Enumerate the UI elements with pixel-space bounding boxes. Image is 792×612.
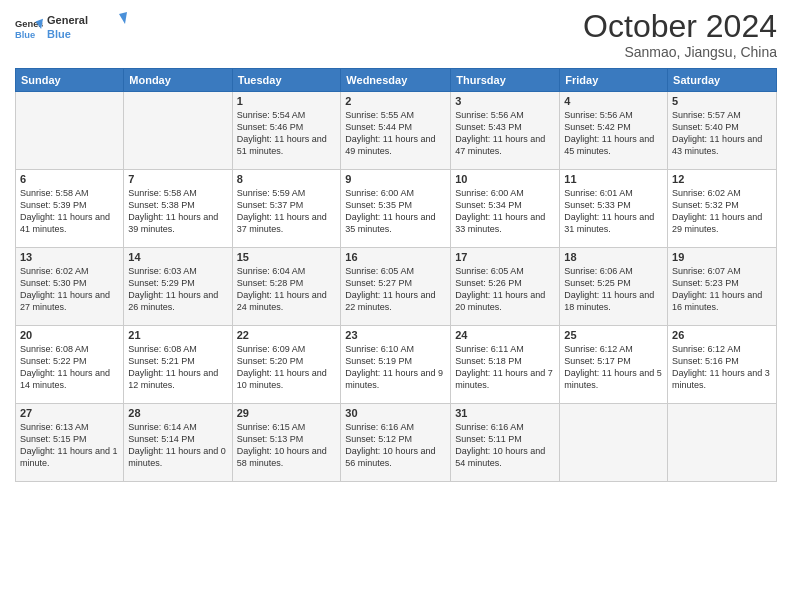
day-number: 17: [455, 251, 555, 263]
day-info: Sunrise: 6:16 AMSunset: 5:11 PMDaylight:…: [455, 421, 555, 470]
day-info: Sunrise: 6:11 AMSunset: 5:18 PMDaylight:…: [455, 343, 555, 392]
calendar-day-cell: 28Sunrise: 6:14 AMSunset: 5:14 PMDayligh…: [124, 404, 232, 482]
calendar-week-row: 6Sunrise: 5:58 AMSunset: 5:39 PMDaylight…: [16, 170, 777, 248]
calendar-day-cell: [560, 404, 668, 482]
calendar-day-cell: 23Sunrise: 6:10 AMSunset: 5:19 PMDayligh…: [341, 326, 451, 404]
calendar-day-cell: 2Sunrise: 5:55 AMSunset: 5:44 PMDaylight…: [341, 92, 451, 170]
day-info: Sunrise: 6:00 AMSunset: 5:35 PMDaylight:…: [345, 187, 446, 236]
calendar-day-cell: 14Sunrise: 6:03 AMSunset: 5:29 PMDayligh…: [124, 248, 232, 326]
day-number: 13: [20, 251, 119, 263]
day-info: Sunrise: 6:02 AMSunset: 5:30 PMDaylight:…: [20, 265, 119, 314]
day-info: Sunrise: 6:07 AMSunset: 5:23 PMDaylight:…: [672, 265, 772, 314]
day-number: 21: [128, 329, 227, 341]
day-of-week-header: Tuesday: [232, 69, 341, 92]
calendar-day-cell: [124, 92, 232, 170]
day-info: Sunrise: 5:57 AMSunset: 5:40 PMDaylight:…: [672, 109, 772, 158]
day-number: 25: [564, 329, 663, 341]
calendar-day-cell: 26Sunrise: 6:12 AMSunset: 5:16 PMDayligh…: [668, 326, 777, 404]
day-info: Sunrise: 6:05 AMSunset: 5:26 PMDaylight:…: [455, 265, 555, 314]
day-info: Sunrise: 6:08 AMSunset: 5:21 PMDaylight:…: [128, 343, 227, 392]
day-of-week-header: Thursday: [451, 69, 560, 92]
calendar-day-cell: 18Sunrise: 6:06 AMSunset: 5:25 PMDayligh…: [560, 248, 668, 326]
calendar-week-row: 27Sunrise: 6:13 AMSunset: 5:15 PMDayligh…: [16, 404, 777, 482]
day-number: 2: [345, 95, 446, 107]
day-info: Sunrise: 6:12 AMSunset: 5:16 PMDaylight:…: [672, 343, 772, 392]
day-info: Sunrise: 6:06 AMSunset: 5:25 PMDaylight:…: [564, 265, 663, 314]
calendar-week-row: 20Sunrise: 6:08 AMSunset: 5:22 PMDayligh…: [16, 326, 777, 404]
calendar-day-cell: 9Sunrise: 6:00 AMSunset: 5:35 PMDaylight…: [341, 170, 451, 248]
svg-marker-5: [119, 12, 127, 24]
calendar-week-row: 13Sunrise: 6:02 AMSunset: 5:30 PMDayligh…: [16, 248, 777, 326]
day-info: Sunrise: 6:14 AMSunset: 5:14 PMDaylight:…: [128, 421, 227, 470]
day-number: 5: [672, 95, 772, 107]
day-number: 31: [455, 407, 555, 419]
month-title: October 2024: [583, 10, 777, 42]
day-of-week-header: Friday: [560, 69, 668, 92]
day-number: 24: [455, 329, 555, 341]
day-number: 15: [237, 251, 337, 263]
day-info: Sunrise: 6:04 AMSunset: 5:28 PMDaylight:…: [237, 265, 337, 314]
day-number: 20: [20, 329, 119, 341]
calendar-day-cell: 17Sunrise: 6:05 AMSunset: 5:26 PMDayligh…: [451, 248, 560, 326]
day-number: 3: [455, 95, 555, 107]
day-of-week-header: Saturday: [668, 69, 777, 92]
day-info: Sunrise: 5:58 AMSunset: 5:38 PMDaylight:…: [128, 187, 227, 236]
calendar-day-cell: 12Sunrise: 6:02 AMSunset: 5:32 PMDayligh…: [668, 170, 777, 248]
day-number: 11: [564, 173, 663, 185]
calendar-day-cell: 4Sunrise: 5:56 AMSunset: 5:42 PMDaylight…: [560, 92, 668, 170]
day-number: 28: [128, 407, 227, 419]
svg-text:General: General: [47, 14, 88, 26]
header: General Blue General Blue October 2024 S…: [15, 10, 777, 60]
day-info: Sunrise: 6:08 AMSunset: 5:22 PMDaylight:…: [20, 343, 119, 392]
day-info: Sunrise: 6:10 AMSunset: 5:19 PMDaylight:…: [345, 343, 446, 392]
logo: General Blue General Blue: [15, 10, 127, 46]
day-info: Sunrise: 6:00 AMSunset: 5:34 PMDaylight:…: [455, 187, 555, 236]
day-number: 29: [237, 407, 337, 419]
calendar-day-cell: [668, 404, 777, 482]
calendar-day-cell: 29Sunrise: 6:15 AMSunset: 5:13 PMDayligh…: [232, 404, 341, 482]
logo-text: General Blue: [47, 10, 127, 46]
day-info: Sunrise: 6:01 AMSunset: 5:33 PMDaylight:…: [564, 187, 663, 236]
day-info: Sunrise: 6:16 AMSunset: 5:12 PMDaylight:…: [345, 421, 446, 470]
day-number: 18: [564, 251, 663, 263]
day-info: Sunrise: 6:02 AMSunset: 5:32 PMDaylight:…: [672, 187, 772, 236]
subtitle: Sanmao, Jiangsu, China: [583, 44, 777, 60]
calendar-table: SundayMondayTuesdayWednesdayThursdayFrid…: [15, 68, 777, 482]
day-number: 23: [345, 329, 446, 341]
svg-text:Blue: Blue: [47, 28, 71, 40]
day-number: 19: [672, 251, 772, 263]
calendar-day-cell: 11Sunrise: 6:01 AMSunset: 5:33 PMDayligh…: [560, 170, 668, 248]
calendar-header-row: SundayMondayTuesdayWednesdayThursdayFrid…: [16, 69, 777, 92]
day-number: 30: [345, 407, 446, 419]
day-info: Sunrise: 5:55 AMSunset: 5:44 PMDaylight:…: [345, 109, 446, 158]
calendar-day-cell: 30Sunrise: 6:16 AMSunset: 5:12 PMDayligh…: [341, 404, 451, 482]
calendar-body: 1Sunrise: 5:54 AMSunset: 5:46 PMDaylight…: [16, 92, 777, 482]
day-number: 4: [564, 95, 663, 107]
day-number: 9: [345, 173, 446, 185]
day-info: Sunrise: 5:59 AMSunset: 5:37 PMDaylight:…: [237, 187, 337, 236]
day-info: Sunrise: 5:58 AMSunset: 5:39 PMDaylight:…: [20, 187, 119, 236]
day-number: 27: [20, 407, 119, 419]
day-number: 16: [345, 251, 446, 263]
calendar-day-cell: 16Sunrise: 6:05 AMSunset: 5:27 PMDayligh…: [341, 248, 451, 326]
day-number: 8: [237, 173, 337, 185]
day-of-week-header: Monday: [124, 69, 232, 92]
day-number: 26: [672, 329, 772, 341]
calendar-day-cell: 3Sunrise: 5:56 AMSunset: 5:43 PMDaylight…: [451, 92, 560, 170]
day-number: 1: [237, 95, 337, 107]
day-number: 14: [128, 251, 227, 263]
calendar-day-cell: 21Sunrise: 6:08 AMSunset: 5:21 PMDayligh…: [124, 326, 232, 404]
day-info: Sunrise: 6:09 AMSunset: 5:20 PMDaylight:…: [237, 343, 337, 392]
calendar-day-cell: 7Sunrise: 5:58 AMSunset: 5:38 PMDaylight…: [124, 170, 232, 248]
calendar-day-cell: [16, 92, 124, 170]
day-info: Sunrise: 6:12 AMSunset: 5:17 PMDaylight:…: [564, 343, 663, 392]
calendar-day-cell: 13Sunrise: 6:02 AMSunset: 5:30 PMDayligh…: [16, 248, 124, 326]
calendar-day-cell: 25Sunrise: 6:12 AMSunset: 5:17 PMDayligh…: [560, 326, 668, 404]
calendar-day-cell: 19Sunrise: 6:07 AMSunset: 5:23 PMDayligh…: [668, 248, 777, 326]
logo-icon: General Blue: [15, 14, 43, 42]
day-number: 12: [672, 173, 772, 185]
day-number: 10: [455, 173, 555, 185]
calendar-day-cell: 1Sunrise: 5:54 AMSunset: 5:46 PMDaylight…: [232, 92, 341, 170]
day-number: 6: [20, 173, 119, 185]
calendar-day-cell: 24Sunrise: 6:11 AMSunset: 5:18 PMDayligh…: [451, 326, 560, 404]
